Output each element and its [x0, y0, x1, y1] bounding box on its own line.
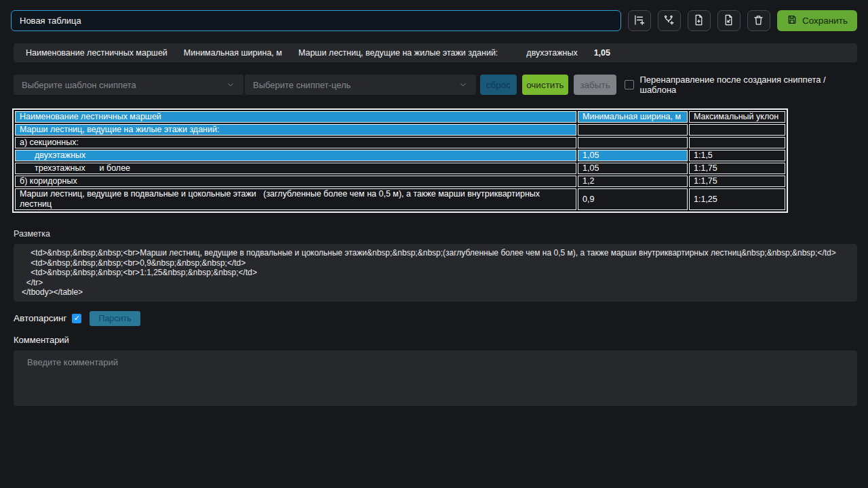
- table-cell[interactable]: Наименование лестничных маршей: [15, 111, 576, 123]
- autoparse-checkbox[interactable]: ✓: [72, 314, 81, 323]
- table-cell[interactable]: двухэтажных: [15, 150, 576, 161]
- toolbar-icon-buttons: [628, 10, 770, 31]
- snippet-table: Наименование лестничных маршейМинимальна…: [12, 108, 788, 213]
- breadcrumb-item: Наименование лестничных маршей: [26, 48, 167, 58]
- table-cell[interactable]: [578, 137, 688, 148]
- snippet-controls: Выберите шаблон сниппета Выберите сниппе…: [14, 75, 857, 95]
- top-toolbar: Сохранить: [11, 10, 857, 31]
- save-button[interactable]: Сохранить: [777, 10, 857, 31]
- snippet-template-select-placeholder: Выберите шаблон сниппета: [22, 80, 136, 90]
- chevron-down-icon: [458, 80, 468, 89]
- add-branch-icon: [663, 14, 675, 28]
- table-cell[interactable]: [689, 137, 785, 148]
- snippet-template-select[interactable]: Выберите шаблон сниппета: [14, 75, 243, 95]
- export-file-button[interactable]: [717, 10, 741, 31]
- save-button-label: Сохранить: [802, 16, 848, 26]
- insert-row-button[interactable]: [628, 10, 651, 31]
- markup-code-line: <td>&nbsp;&nbsp;&nbsp;<br>Марши лестниц,…: [22, 248, 849, 258]
- table-cell[interactable]: [578, 124, 688, 136]
- table-cell[interactable]: Марши лестниц, ведущие в подвальные и цо…: [15, 188, 576, 210]
- insert-row-icon: [633, 14, 645, 28]
- table-cell[interactable]: Минимальная ширина, м: [578, 111, 688, 123]
- table-row: двухэтажных1,051:1,5: [15, 150, 785, 161]
- markup-code-line: <td>&nbsp;&nbsp;&nbsp;<br>0,9&nbsp;&nbsp…: [22, 258, 849, 268]
- chevron-down-icon: [226, 80, 235, 89]
- reset-button[interactable]: сброс: [480, 75, 517, 95]
- comment-label: Комментарий: [14, 335, 868, 345]
- table-cell[interactable]: 0,9: [578, 188, 688, 210]
- markup-code-line: </tr>: [22, 278, 849, 288]
- save-icon: [787, 14, 797, 27]
- table-row: Марши лестниц, ведущие на жилые этажи зд…: [15, 124, 785, 136]
- table-cell[interactable]: 1,05: [578, 163, 688, 174]
- markup-code-line: <td>&nbsp;&nbsp;&nbsp;<br>1:1,25&nbsp;&n…: [22, 268, 849, 278]
- table-row: Наименование лестничных маршейМинимальна…: [15, 111, 785, 123]
- table-row: трехэтажных и более1,051:1,75: [15, 163, 785, 174]
- snippet-target-select-placeholder: Выберите сниппет-цель: [253, 80, 351, 90]
- table-cell[interactable]: трехэтажных и более: [15, 163, 576, 174]
- table-cell[interactable]: Марши лестниц, ведущие на жилые этажи зд…: [15, 124, 576, 136]
- autoparse-label: Автопарсинг: [14, 313, 66, 323]
- parse-button[interactable]: Парсить: [90, 311, 140, 326]
- breadcrumb-item: двухэтажных: [526, 48, 577, 58]
- comment-textarea[interactable]: [14, 350, 857, 406]
- markup-label: Разметка: [14, 229, 868, 239]
- table-cell[interactable]: а) секционных:: [15, 137, 576, 148]
- delete-icon: [753, 14, 764, 28]
- table-cell[interactable]: 1,2: [578, 176, 688, 187]
- autoparse-row: Автопарсинг ✓ Парсить: [14, 311, 868, 326]
- table-cell[interactable]: 1:1,5: [689, 150, 785, 161]
- table-cell[interactable]: б) коридорных: [15, 176, 576, 187]
- breadcrumb-item: 1,05: [594, 48, 610, 58]
- export-file-icon: [723, 14, 734, 28]
- table-cell[interactable]: Максимальный уклон: [689, 111, 785, 123]
- breadcrumb-item: Марши лестниц, ведущие на жилые этажи зд…: [298, 48, 498, 58]
- table-row: а) секционных:: [15, 137, 785, 148]
- table-cell[interactable]: 1,05: [578, 150, 688, 161]
- add-branch-button[interactable]: [658, 10, 681, 31]
- delete-button[interactable]: [747, 10, 770, 31]
- table-cell[interactable]: 1:1,25: [689, 188, 785, 210]
- table-cell[interactable]: 1:1,75: [689, 176, 785, 187]
- table-title-input[interactable]: [11, 10, 621, 31]
- table-row: б) коридорных1,21:1,75: [15, 176, 785, 187]
- table-cell[interactable]: 1:1,75: [689, 163, 785, 174]
- new-file-icon: [693, 14, 705, 28]
- breadcrumb: Наименование лестничных маршейМинимальна…: [14, 43, 857, 62]
- snippet-target-select[interactable]: Выберите сниппет-цель: [245, 75, 476, 95]
- forget-button[interactable]: забыть: [574, 75, 617, 95]
- redirect-checkbox[interactable]: [625, 80, 634, 89]
- markup-code-block: <td>&nbsp;&nbsp;&nbsp;<br>Марши лестниц,…: [14, 244, 857, 302]
- breadcrumb-item: Минимальная ширина, м: [184, 48, 282, 58]
- table-cell[interactable]: [689, 124, 785, 136]
- new-file-button[interactable]: [688, 10, 711, 31]
- markup-code-line: </tbody></table>: [22, 287, 849, 298]
- redirect-checkbox-label: Перенаправление после создания сниппета …: [639, 75, 857, 95]
- clear-button[interactable]: очистить: [522, 75, 568, 95]
- table-row: Марши лестниц, ведущие в подвальные и цо…: [15, 188, 785, 210]
